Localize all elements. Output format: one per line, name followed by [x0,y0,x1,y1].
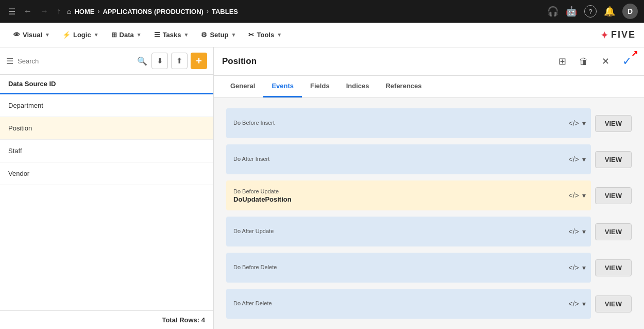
top-bar: ☰ ← → ↑ ⌂ HOME › APPLICATIONS (PRODUCTIO… [0,0,644,23]
forward-icon[interactable]: → [38,5,50,18]
help-icon[interactable]: ? [584,5,597,18]
view-button-before-update[interactable]: VIEW [595,187,632,204]
sidebar-item-position[interactable]: Position [0,117,213,140]
search-icon[interactable]: 🔍 [137,56,147,66]
download-button[interactable]: ⬇ [151,53,168,69]
code-icon-before-update[interactable]: </> [569,191,579,200]
sidebar-item-vendor[interactable]: Vendor [0,162,213,185]
view-button-after-update[interactable]: VIEW [595,223,632,240]
nav-logic-label: Logic [73,31,91,39]
tools-icon: ✂ [248,31,254,39]
sidebar: ☰ 🔍 ⬇ ⬆ + Data Source ID Department Posi… [0,47,214,329]
event-label-after-update: Do After Update [233,228,584,234]
nav-logic[interactable]: ⚡ Logic ▼ [57,28,104,42]
expand-icon-after-update[interactable]: ▾ [582,227,586,236]
search-input[interactable] [18,57,133,65]
nav-tools-label: Tools [257,31,274,39]
view-button-before-delete[interactable]: VIEW [595,259,632,276]
sidebar-search-left: ☰ 🔍 [6,56,147,66]
event-label-before-delete: Do Before Delete [233,264,584,270]
nav-tasks-label: Tasks [163,31,181,39]
five-logo-icon: ✦ [600,29,609,41]
event-label-after-insert: Do After Insert [233,156,584,162]
delete-button[interactable]: 🗑 [575,53,592,70]
tab-general[interactable]: General [222,76,263,97]
tab-references[interactable]: References [377,76,430,97]
bot-icon[interactable]: 🤖 [566,6,577,17]
code-icon-after-update[interactable]: </> [569,227,579,236]
event-row-after-update: Do After Update </> ▾ VIEW [226,217,632,246]
top-bar-right: 🎧 🤖 ? 🔔 D [547,4,638,19]
expand-icon-before-insert[interactable]: ▾ [582,119,586,127]
tasks-chevron: ▼ [184,32,189,38]
support-icon[interactable]: 🎧 [547,6,558,17]
menu-icon[interactable]: ☰ [6,5,18,19]
content-actions: ⊞ 🗑 ✕ ✓ ↗ [553,53,636,70]
page-title: Position [222,56,257,67]
event-row-before-delete: Do Before Delete </> ▾ VIEW [226,253,632,283]
view-button-before-insert[interactable]: VIEW [595,115,632,132]
event-field-after-insert: Do After Insert </> ▾ [226,144,591,174]
event-row-before-update: Do Before Update DoUpdatePosition </> ▾ … [226,180,632,210]
add-button[interactable]: + [191,53,207,69]
sidebar-item-staff-label: Staff [8,147,22,155]
nav-data-label: Data [120,31,134,39]
tab-events[interactable]: Events [263,76,302,97]
nav-visual[interactable]: 👁 Visual ▼ [8,28,55,42]
event-field-actions-after-update: </> ▾ [569,227,586,236]
breadcrumb-applications[interactable]: APPLICATIONS (PRODUCTION) [103,8,203,15]
view-button-after-insert[interactable]: VIEW [595,151,632,168]
close-button[interactable]: ✕ [597,53,614,70]
tab-fields[interactable]: Fields [302,76,338,97]
code-icon-after-delete[interactable]: </> [569,300,579,308]
five-logo-text: FIVE [611,29,636,40]
grid-view-button[interactable]: ⊞ [553,53,571,70]
code-icon-before-delete[interactable]: </> [569,264,579,272]
sidebar-item-department[interactable]: Department [0,94,213,117]
expand-icon-before-update[interactable]: ▾ [582,191,586,200]
visual-chevron: ▼ [45,32,50,38]
event-field-actions-after-insert: </> ▾ [569,155,586,163]
breadcrumb-tables[interactable]: TABLES [212,8,238,15]
home-icon: ⌂ [67,7,71,15]
nav-data[interactable]: ⊞ Data ▼ [106,28,147,42]
code-icon-before-insert[interactable]: </> [569,119,579,127]
nav-tasks[interactable]: ☰ Tasks ▼ [149,28,194,42]
five-logo: ✦ FIVE [600,29,636,41]
sidebar-search-actions: ⬇ ⬆ + [151,53,207,69]
up-icon[interactable]: ↑ [55,5,63,18]
event-field-before-delete: Do Before Delete </> ▾ [226,253,591,283]
expand-icon-after-insert[interactable]: ▾ [582,155,586,163]
tab-indices[interactable]: Indices [338,76,378,97]
sidebar-items: Department Position Staff Vendor [0,94,213,310]
confirm-button[interactable]: ✓ ↗ [618,53,636,70]
nav-setup-label: Setup [210,31,228,39]
tools-chevron: ▼ [277,32,282,38]
expand-icon-after-delete[interactable]: ▾ [582,300,586,308]
tasks-icon: ☰ [154,31,160,39]
sidebar-item-position-label: Position [8,124,32,132]
sidebar-header: Data Source ID [0,75,213,94]
bell-icon[interactable]: 🔔 [604,6,615,17]
event-label-before-insert: Do Before Insert [233,120,584,126]
breadcrumb-sep-1: › [97,8,99,15]
nav-setup[interactable]: ⚙ Setup ▼ [196,28,241,42]
breadcrumb: ⌂ HOME › APPLICATIONS (PRODUCTION) › TAB… [67,7,238,15]
tabs: General Events Fields Indices References [214,76,644,98]
logic-chevron: ▼ [94,32,99,38]
back-icon[interactable]: ← [22,5,34,18]
expand-icon-before-delete[interactable]: ▾ [582,264,586,272]
view-button-after-delete[interactable]: VIEW [595,295,632,312]
content-header: Position ⊞ 🗑 ✕ ✓ ↗ [214,47,644,76]
event-field-actions-before-delete: </> ▾ [569,264,586,272]
upload-button[interactable]: ⬆ [171,53,188,69]
breadcrumb-home[interactable]: HOME [74,8,94,15]
sidebar-item-staff[interactable]: Staff [0,140,213,162]
code-icon-after-insert[interactable]: </> [569,155,579,163]
visual-icon: 👁 [13,31,20,39]
filter-icon[interactable]: ☰ [6,56,13,66]
event-field-actions-before-update: </> ▾ [569,191,586,200]
nav-tools[interactable]: ✂ Tools ▼ [243,28,287,42]
sidebar-item-vendor-label: Vendor [8,170,29,177]
avatar[interactable]: D [622,4,638,19]
